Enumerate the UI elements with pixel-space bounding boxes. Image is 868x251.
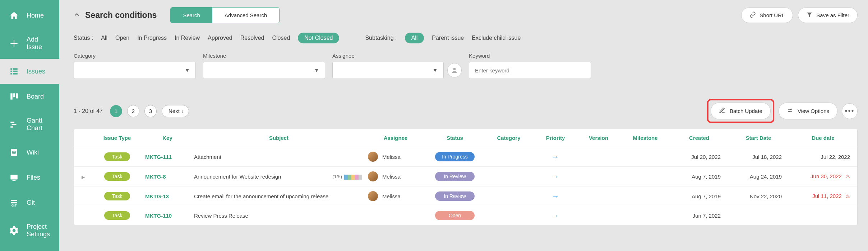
tab-advanced-search[interactable]: Advanced Search bbox=[212, 8, 279, 23]
th-assignee[interactable]: Assignee bbox=[365, 129, 426, 147]
table-row[interactable]: TaskMKTG-110Review Press ReleaseOpen→Jun… bbox=[74, 206, 857, 225]
page-3[interactable]: 3 bbox=[144, 105, 157, 117]
issues-table: Issue Type Key Subject Assignee Status C… bbox=[74, 129, 857, 225]
progress-bar bbox=[344, 175, 362, 180]
gantt-icon bbox=[9, 120, 19, 129]
sidebar-item-git[interactable]: GIT Git bbox=[0, 190, 59, 215]
issue-key[interactable]: MKTG-111 bbox=[142, 147, 193, 167]
svg-text:GIT: GIT bbox=[11, 204, 17, 207]
th-start[interactable]: Start Date bbox=[728, 129, 789, 147]
svg-rect-9 bbox=[10, 122, 14, 123]
svg-rect-4 bbox=[10, 73, 12, 74]
issue-key[interactable]: MKTG-110 bbox=[142, 206, 193, 225]
th-due[interactable]: Due date bbox=[789, 129, 857, 147]
next-page-button[interactable]: Next › bbox=[162, 105, 189, 117]
sidebar-item-settings[interactable]: Project Settings bbox=[0, 215, 59, 246]
due-date: Jul 22, 2022 bbox=[789, 147, 857, 167]
batch-update-label: Batch Update bbox=[730, 108, 762, 114]
chevron-down-icon: ▼ bbox=[433, 67, 438, 73]
milestone-select[interactable]: ▼ bbox=[203, 62, 325, 79]
subtask-opt-exclude[interactable]: Exclude child issue bbox=[472, 34, 521, 42]
flame-icon: ♨ bbox=[845, 173, 850, 179]
save-filter-button[interactable]: Save as Filter bbox=[798, 8, 858, 23]
created-date: Jul 20, 2022 bbox=[670, 147, 728, 167]
start-date: Aug 24, 2019 bbox=[728, 167, 789, 186]
svg-rect-15 bbox=[13, 180, 16, 181]
table-row[interactable]: TaskMKTG-111AttachmentMelissaIn Progress… bbox=[74, 147, 857, 167]
th-version[interactable]: Version bbox=[577, 129, 620, 147]
th-priority[interactable]: Priority bbox=[534, 129, 577, 147]
issue-key[interactable]: MKTG-8 bbox=[142, 167, 193, 186]
th-status[interactable]: Status bbox=[426, 129, 484, 147]
status-opt-resolved[interactable]: Resolved bbox=[240, 34, 264, 42]
more-menu-button[interactable]: ••• bbox=[842, 103, 858, 119]
issue-type-badge: Task bbox=[104, 192, 130, 200]
svg-rect-3 bbox=[13, 71, 18, 72]
sidebar-item-add-issue[interactable]: Add Issue bbox=[0, 28, 59, 59]
tab-search[interactable]: Search bbox=[171, 8, 212, 23]
status-opt-notclosed[interactable]: Not Closed bbox=[298, 33, 339, 43]
status-opt-inreview[interactable]: In Review bbox=[175, 34, 200, 42]
search-conditions-header[interactable]: Search conditions bbox=[74, 10, 157, 20]
th-category[interactable]: Category bbox=[484, 129, 534, 147]
start-date bbox=[728, 206, 789, 225]
issue-subject[interactable]: Create email for the announcement of upc… bbox=[193, 186, 365, 206]
subtask-opt-all[interactable]: All bbox=[405, 33, 424, 43]
sidebar-item-files[interactable]: Files bbox=[0, 165, 59, 190]
table-row[interactable]: ▶TaskMKTG-8Announcement for Website rede… bbox=[74, 167, 857, 186]
status-filter-row: Status : All Open In Progress In Review … bbox=[74, 33, 858, 43]
sidebar-item-label: Wiki bbox=[27, 149, 39, 156]
th-milestone[interactable]: Milestone bbox=[620, 129, 670, 147]
sidebar-item-label: Home bbox=[27, 12, 44, 19]
short-url-button[interactable]: Short URL bbox=[741, 8, 793, 23]
sidebar-item-gantt[interactable]: Gantt Chart bbox=[0, 109, 59, 140]
th-created[interactable]: Created bbox=[670, 129, 728, 147]
issue-subject[interactable]: Attachment bbox=[193, 147, 365, 167]
edit-icon bbox=[719, 107, 725, 115]
sidebar-item-board[interactable]: Board bbox=[0, 84, 59, 109]
assignee-select[interactable]: ▼ bbox=[332, 62, 444, 79]
milestone-label: Milestone bbox=[203, 53, 325, 59]
status-opt-open[interactable]: Open bbox=[115, 34, 129, 42]
svg-rect-5 bbox=[13, 73, 18, 74]
assignee-name: Melissa bbox=[382, 193, 401, 199]
th-subject[interactable]: Subject bbox=[193, 129, 365, 147]
page-2[interactable]: 2 bbox=[127, 105, 139, 117]
top-row: Search conditions Search Advanced Search… bbox=[74, 7, 858, 23]
assignee-me-button[interactable] bbox=[447, 63, 462, 77]
table-row[interactable]: TaskMKTG-13Create email for the announce… bbox=[74, 186, 857, 206]
category-select[interactable]: ▼ bbox=[74, 62, 196, 79]
svg-point-20 bbox=[790, 109, 791, 110]
keyword-input[interactable] bbox=[469, 62, 591, 79]
priority-icon: → bbox=[552, 212, 559, 219]
th-issue-type[interactable]: Issue Type bbox=[92, 129, 142, 147]
issue-subject[interactable]: Announcement for Website redesign(1/5) bbox=[193, 167, 365, 186]
filter-row: Category ▼ Milestone ▼ Assignee ▼ Keywor… bbox=[74, 53, 858, 79]
avatar bbox=[368, 191, 378, 201]
progress-count: (1/5) bbox=[332, 174, 342, 179]
subtask-opt-parent[interactable]: Parent issue bbox=[432, 34, 464, 42]
avatar bbox=[368, 171, 378, 181]
status-opt-all[interactable]: All bbox=[101, 34, 107, 42]
sidebar-item-wiki[interactable]: W Wiki bbox=[0, 140, 59, 165]
wiki-icon: W bbox=[9, 148, 19, 157]
status-opt-approved[interactable]: Approved bbox=[208, 34, 232, 42]
status-opt-inprogress[interactable]: In Progress bbox=[137, 34, 167, 42]
sidebar-item-issues[interactable]: Issues bbox=[0, 59, 59, 84]
issue-subject[interactable]: Review Press Release bbox=[193, 206, 365, 225]
priority-icon: → bbox=[552, 153, 559, 161]
th-key[interactable]: Key bbox=[142, 129, 193, 147]
page-1[interactable]: 1 bbox=[110, 105, 122, 117]
batch-update-button[interactable]: Batch Update bbox=[711, 103, 771, 119]
link-icon bbox=[749, 11, 756, 19]
assignee-cell: Melissa bbox=[368, 171, 423, 181]
status-opt-closed[interactable]: Closed bbox=[272, 34, 290, 42]
start-date: Jul 18, 2022 bbox=[728, 147, 789, 167]
plus-icon bbox=[9, 39, 19, 48]
view-options-button[interactable]: View Options bbox=[779, 103, 837, 119]
issue-key[interactable]: MKTG-13 bbox=[142, 186, 193, 206]
expand-icon[interactable]: ▶ bbox=[82, 175, 85, 180]
view-options-label: View Options bbox=[798, 108, 829, 114]
sidebar-item-label: Issues bbox=[27, 68, 45, 75]
sidebar-item-home[interactable]: Home bbox=[0, 3, 59, 28]
